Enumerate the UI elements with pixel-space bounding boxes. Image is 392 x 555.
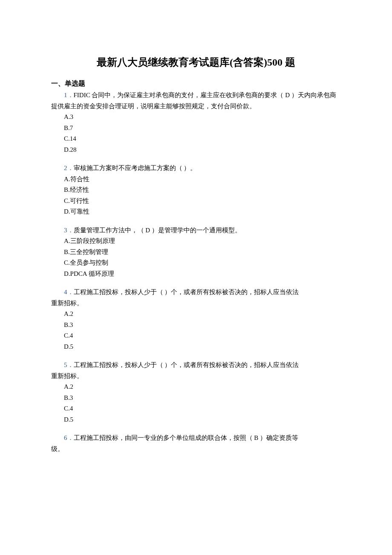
section-header: 一、单选题 — [51, 79, 341, 88]
option: B.三全控制管理 — [51, 247, 341, 258]
question-text: 6．工程施工招投标，由同一专业的多个单位组成的联合体，按照（ B ）确定资质等 — [51, 433, 341, 444]
option: B.3 — [51, 320, 341, 331]
question-block: 1．FIDIC 合同中，为保证雇主对承包商的支付，雇主应在收到承包商的要求（ D… — [51, 90, 341, 155]
question-number: 5． — [64, 361, 74, 368]
option: D.PDCA 循环原理 — [51, 269, 341, 280]
option: B.经济性 — [51, 185, 341, 196]
question-continuation: 重新招标。 — [51, 371, 341, 382]
question-body: 质量管理工作方法中，（ D ）是管理学中的一个通用模型。 — [74, 227, 241, 234]
question-number: 1． — [64, 92, 74, 98]
option: D.5 — [51, 414, 341, 425]
option: D.5 — [51, 341, 341, 353]
option: A.符合性 — [51, 174, 341, 185]
question-number: 2． — [64, 165, 74, 171]
option: C.全员参与控制 — [51, 257, 341, 269]
question-body: FIDIC 合同中，为保证雇主对承包商的支付，雇主应在收到承包商的要求（ D ）… — [51, 92, 336, 110]
question-continuation: 级。 — [51, 444, 341, 455]
question-body: 工程施工招投标，投标人少于（ ）个，或者所有投标被否决的，招标人应当依法 — [74, 289, 299, 295]
question-number: 6． — [64, 434, 74, 441]
option: C.14 — [51, 133, 341, 145]
option: D.可靠性 — [51, 206, 341, 217]
question-block: 5．工程施工招投标，投标人少于（ ）个，或者所有投标被否决的，招标人应当依法 重… — [51, 360, 341, 425]
question-text: 5．工程施工招投标，投标人少于（ ）个，或者所有投标被否决的，招标人应当依法 — [51, 360, 341, 371]
option: A.2 — [51, 309, 341, 320]
option: A.3 — [51, 112, 341, 123]
option: A.三阶段控制原理 — [51, 236, 341, 247]
question-body: 工程施工招投标，由同一专业的多个单位组成的联合体，按照（ B ）确定资质等 — [74, 434, 299, 441]
question-number: 4． — [64, 289, 74, 295]
question-body: 工程施工招投标，投标人少于（ ）个，或者所有投标被否决的，招标人应当依法 — [74, 361, 299, 368]
question-text: 4．工程施工招投标，投标人少于（ ）个，或者所有投标被否决的，招标人应当依法 — [51, 287, 341, 298]
question-block: 2．审核施工方案时不应考虑施工方案的（ ）。 A.符合性 B.经济性 C.可行性… — [51, 163, 341, 217]
question-block: 4．工程施工招投标，投标人少于（ ）个，或者所有投标被否决的，招标人应当依法 重… — [51, 287, 341, 352]
question-number: 3． — [64, 227, 74, 234]
question-text: 3．质量管理工作方法中，（ D ）是管理学中的一个通用模型。 — [51, 225, 341, 236]
option: C.可行性 — [51, 196, 341, 207]
option: D.28 — [51, 145, 341, 156]
question-block: 6．工程施工招投标，由同一专业的多个单位组成的联合体，按照（ B ）确定资质等 … — [51, 433, 341, 454]
option: A.2 — [51, 382, 341, 393]
option: C.4 — [51, 403, 341, 414]
question-block: 3．质量管理工作方法中，（ D ）是管理学中的一个通用模型。 A.三阶段控制原理… — [51, 225, 341, 280]
question-text: 1．FIDIC 合同中，为保证雇主对承包商的支付，雇主应在收到承包商的要求（ D… — [51, 90, 341, 112]
page-title: 最新八大员继续教育考试题库(含答案)500 题 — [51, 55, 341, 69]
question-continuation: 重新招标。 — [51, 298, 341, 309]
option: B.7 — [51, 123, 341, 134]
question-text: 2．审核施工方案时不应考虑施工方案的（ ）。 — [51, 163, 341, 174]
question-body: 审核施工方案时不应考虑施工方案的（ ）。 — [74, 165, 197, 171]
option: C.4 — [51, 330, 341, 341]
option: B.3 — [51, 393, 341, 404]
